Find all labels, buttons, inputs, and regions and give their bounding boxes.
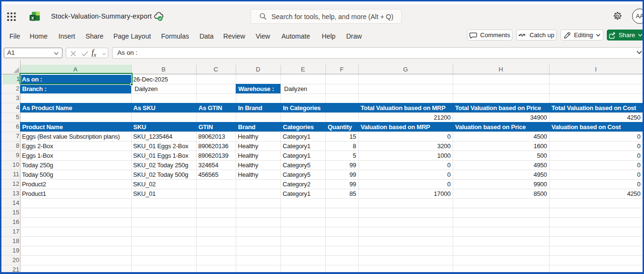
svg-text:x: x: [31, 15, 34, 20]
